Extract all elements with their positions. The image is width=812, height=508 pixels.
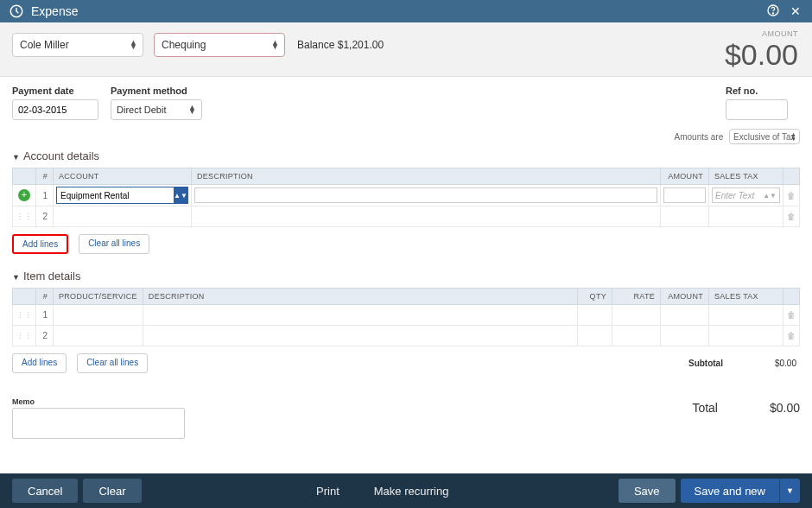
total-label: Total <box>692 401 718 415</box>
subtotal-label: Subtotal <box>688 359 723 368</box>
table-row[interactable]: + 1 ▲▼ Enter Text ▲▼ 🗑 <box>13 185 800 206</box>
trash-icon[interactable]: 🗑 <box>787 191 796 200</box>
subtotal-value: $0.00 <box>775 359 796 368</box>
add-lines-button[interactable]: Add lines <box>12 353 67 373</box>
trash-icon[interactable]: 🗑 <box>787 310 796 320</box>
balance-value: $1,201.00 <box>338 39 384 51</box>
payee-value: Cole Miller <box>20 39 69 51</box>
grip-icon[interactable]: ⋮⋮ <box>16 213 32 221</box>
col-qty: QTY <box>578 289 612 305</box>
payment-method-label: Payment method <box>111 86 202 96</box>
save-and-new-dropdown[interactable]: ▼ <box>779 479 800 503</box>
col-num: # <box>36 168 54 185</box>
trash-icon[interactable]: 🗑 <box>787 331 796 340</box>
account-input[interactable] <box>57 187 174 203</box>
save-and-new-button[interactable]: Save and new <box>681 479 779 503</box>
account-details-table: # ACCOUNT DESCRIPTION AMOUNT SALES TAX +… <box>12 168 800 227</box>
triangle-down-icon: ▼ <box>12 273 20 282</box>
cancel-button[interactable]: Cancel <box>12 479 78 503</box>
col-num: # <box>36 289 54 305</box>
chevron-updown-icon: ▲▼ <box>130 41 137 49</box>
chevron-updown-icon[interactable]: ▲▼ <box>174 187 187 203</box>
account-select[interactable]: ▲▼ <box>56 187 188 204</box>
chevron-updown-icon: ▲▼ <box>790 132 796 141</box>
table-row[interactable]: ⋮⋮ 1 🗑 <box>13 305 800 326</box>
sales-tax-select[interactable]: Enter Text ▲▼ <box>712 187 780 203</box>
col-account: ACCOUNT <box>54 168 192 185</box>
make-recurring-link[interactable]: Make recurring <box>374 485 449 498</box>
trash-icon[interactable]: 🗑 <box>787 212 796 221</box>
save-button[interactable]: Save <box>619 479 676 503</box>
col-amount: AMOUNT <box>661 168 709 185</box>
balance-label: Balance <box>297 39 334 51</box>
clear-all-lines-button[interactable]: Clear all lines <box>77 353 148 373</box>
item-details-header[interactable]: ▼Item details <box>12 270 800 283</box>
payment-method-select[interactable]: Direct Debit ▲▼ <box>111 99 202 120</box>
chevron-updown-icon: ▲▼ <box>271 41 279 49</box>
col-salestax: SALES TAX <box>709 168 783 185</box>
sales-tax-placeholder: Enter Text <box>715 191 754 200</box>
ref-no-label: Ref no. <box>726 86 788 96</box>
app-icon <box>9 3 24 19</box>
col-salestax: SALES TAX <box>709 289 783 305</box>
amount-value: $0.00 <box>725 38 798 72</box>
payee-select[interactable]: Cole Miller ▲▼ <box>12 33 143 57</box>
amount-input[interactable] <box>663 187 706 203</box>
triangle-down-icon: ▼ <box>12 153 20 162</box>
col-description: DESCRIPTION <box>143 289 577 305</box>
item-details-table: # PRODUCT/SERVICE DESCRIPTION QTY RATE A… <box>12 288 800 346</box>
amounts-are-value: Exclusive of Tax <box>733 132 796 142</box>
add-line-icon[interactable]: + <box>18 189 30 201</box>
memo-textarea[interactable] <box>12 408 185 439</box>
amounts-are-select[interactable]: Exclusive of Tax ▲▼ <box>729 129 800 144</box>
memo-label: Memo <box>12 397 185 406</box>
amounts-are-label: Amounts are <box>675 132 724 142</box>
payment-method-value: Direct Debit <box>117 105 166 115</box>
total-value: $0.00 <box>770 401 800 415</box>
page-title: Expense <box>31 4 758 18</box>
balance-display: Balance $1,201.00 <box>297 39 384 51</box>
grip-icon[interactable]: ⋮⋮ <box>16 311 32 320</box>
col-description: DESCRIPTION <box>192 168 661 185</box>
table-row[interactable]: ⋮⋮ 2 🗑 <box>13 206 800 227</box>
ref-no-input[interactable] <box>726 99 788 120</box>
col-amount: AMOUNT <box>661 289 709 305</box>
close-icon[interactable]: ✕ <box>788 4 803 18</box>
clear-button[interactable]: Clear <box>83 479 141 503</box>
chevron-updown-icon: ▲▼ <box>763 192 777 200</box>
table-row[interactable]: ⋮⋮ 2 🗑 <box>13 326 800 346</box>
account-details-header[interactable]: ▼Account details <box>12 149 800 162</box>
grip-icon[interactable]: ⋮⋮ <box>16 332 32 340</box>
chevron-updown-icon: ▲▼ <box>188 105 196 114</box>
payment-date-input[interactable] <box>12 99 98 120</box>
bank-account-value: Chequing <box>162 39 206 51</box>
clear-all-lines-button[interactable]: Clear all lines <box>79 234 149 254</box>
add-lines-button[interactable]: Add lines <box>12 234 68 254</box>
bank-account-select[interactable]: Chequing ▲▼ <box>154 33 285 57</box>
amount-label: AMOUNT <box>725 29 798 38</box>
print-link[interactable]: Print <box>316 485 339 498</box>
payment-date-label: Payment date <box>12 86 98 96</box>
svg-point-2 <box>772 12 773 13</box>
col-rate: RATE <box>612 289 661 305</box>
col-product: PRODUCT/SERVICE <box>54 289 143 305</box>
description-input[interactable] <box>194 187 657 203</box>
help-icon[interactable] <box>765 3 781 20</box>
